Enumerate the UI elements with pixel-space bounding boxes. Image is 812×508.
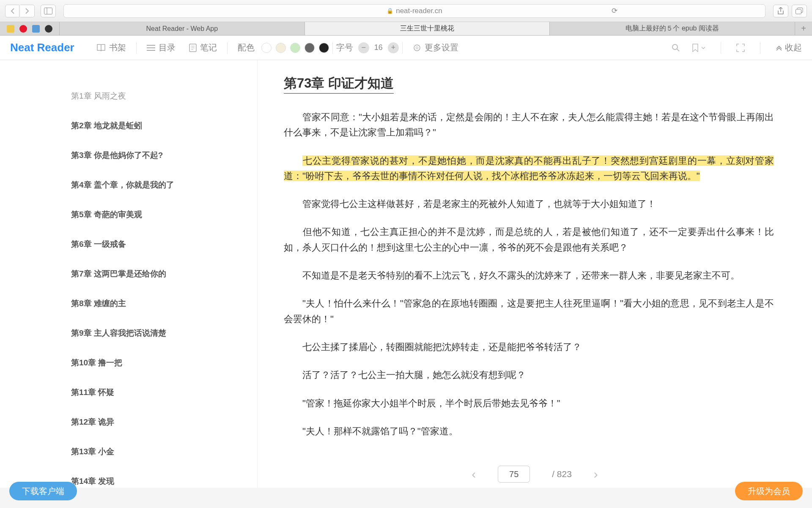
page-input[interactable]	[498, 466, 530, 483]
search-icon	[672, 44, 680, 52]
next-page-button[interactable]: ›	[594, 467, 598, 481]
chevron-down-icon	[701, 47, 705, 49]
upgrade-button[interactable]: 升级为会员	[735, 482, 803, 500]
toc-sidebar: 第1章 风雨之夜 第2章 地龙就是蚯蚓 第3章 你是他妈你了不起? 第4章 盖个…	[0, 60, 257, 488]
toc-item[interactable]: 第2章 地龙就是蚯蚓	[71, 111, 236, 141]
fullscreen-button[interactable]	[736, 44, 745, 52]
svg-rect-3	[796, 9, 801, 14]
divider	[402, 42, 403, 54]
favicon-weibo[interactable]	[19, 25, 27, 33]
page-total: / 823	[552, 469, 572, 479]
toc-item[interactable]: 第6章 一级戒备	[71, 229, 236, 259]
forward-button[interactable]	[20, 5, 35, 17]
paragraph: 管家觉得七公主这样做甚好，若是老家主的死被外人知道了，也就等于大小姐知道了！	[284, 196, 774, 212]
paragraph: 管家不同意："大小姐若是来的话，定然是会闹的！主人不在家，夫人怎么能震得主她！若…	[284, 110, 774, 141]
pager: ‹ / 823 ›	[258, 461, 812, 488]
paragraph: 不知道是不是老天爷特别的看不上沈云飞，好久不露头的沈婷来了，还带来一群人来，非要…	[284, 268, 774, 283]
collapse-button[interactable]: 收起	[776, 42, 802, 53]
tab-3[interactable]: 电脑上最好的５个 epub 阅读器	[550, 22, 795, 35]
toc-item[interactable]: 第12章 诡异	[71, 407, 236, 437]
divider	[332, 42, 333, 54]
tab-bar: Neat Reader - Web App 三生三世十里桃花 电脑上最好的５个 …	[0, 22, 812, 36]
favicon-strip	[0, 22, 60, 35]
font-increase[interactable]: +	[388, 42, 399, 53]
tabs-button[interactable]	[792, 5, 807, 17]
theme-black[interactable]	[319, 43, 329, 53]
theme-green[interactable]	[290, 43, 300, 53]
nav-group	[5, 5, 35, 17]
tab-2[interactable]: 三生三世十里桃花	[305, 22, 550, 35]
svg-rect-0	[44, 8, 52, 14]
paragraph: "夫人！那样不就露馅了吗？"管家道。	[284, 424, 774, 439]
app-logo: Neat Reader	[10, 41, 74, 54]
safari-toolbar: 🔒 neat-reader.cn ⟳	[0, 0, 812, 22]
font-size-value: 16	[374, 43, 383, 52]
toc-button[interactable]: 目录	[140, 42, 182, 53]
notes-button[interactable]: 笔记	[182, 42, 224, 53]
prev-page-button[interactable]: ‹	[472, 467, 476, 481]
theme-dark[interactable]	[304, 43, 315, 53]
color-dots	[261, 43, 329, 53]
new-tab-button[interactable]: +	[795, 22, 812, 35]
bookmark-button[interactable]	[692, 44, 705, 52]
bookmark-icon	[692, 44, 699, 52]
book-icon	[96, 44, 106, 52]
divider	[136, 42, 137, 54]
toc-item[interactable]: 第10章 撸一把	[71, 348, 236, 378]
toc-item[interactable]: 第1章 风雨之夜	[71, 81, 236, 111]
svg-line-14	[677, 49, 679, 51]
theme-white[interactable]	[261, 43, 272, 53]
toc-item[interactable]: 第9章 主人容我把话说清楚	[71, 318, 236, 348]
paragraph: 七公主揉了揉眉心，转圈圈就能把沈婷转走，还是能把爷爷转活了？	[284, 340, 774, 355]
lock-icon: 🔒	[387, 8, 393, 14]
toc-item[interactable]: 第7章 这两巴掌是还给你的	[71, 259, 236, 289]
toc-item[interactable]: 第3章 你是他妈你了不起?	[71, 141, 236, 170]
note-icon	[189, 44, 197, 52]
favicon-4[interactable]	[45, 25, 52, 33]
reload-icon[interactable]: ⟳	[612, 6, 617, 15]
toc-item[interactable]: 第13章 小金	[71, 437, 236, 467]
favicon-3[interactable]	[32, 25, 40, 33]
font-control: 字号 − 16 +	[336, 42, 399, 53]
toc-item[interactable]: 第11章 怀疑	[71, 378, 236, 407]
favicon-1[interactable]	[7, 25, 14, 33]
paragraph: "夫人！怕什么来什么！"管家急的在原地转圈圈，这是要把主人往死里逼啊！"看大小姐…	[284, 296, 774, 327]
url-bar[interactable]: 🔒 neat-reader.cn ⟳	[63, 4, 765, 18]
svg-point-11	[414, 45, 420, 51]
main: 第1章 风雨之夜 第2章 地龙就是蚯蚓 第3章 你是他妈你了不起? 第4章 盖个…	[0, 60, 812, 488]
fullscreen-icon	[736, 44, 745, 52]
reader: 第73章 印证才知道 管家不同意："大小姐若是来的话，定然是会闹的！主人不在家，…	[258, 60, 812, 467]
font-decrease[interactable]: −	[358, 42, 369, 53]
share-button[interactable]	[773, 5, 788, 17]
download-button[interactable]: 下载客户端	[9, 482, 77, 500]
font-label: 字号	[336, 42, 353, 53]
svg-point-13	[672, 44, 678, 50]
svg-point-12	[416, 47, 418, 49]
back-button[interactable]	[5, 5, 19, 17]
toc-item[interactable]: 第8章 难缠的主	[71, 289, 236, 318]
double-chevron-icon	[776, 45, 782, 51]
divider	[760, 42, 760, 54]
more-settings-button[interactable]: 更多设置	[406, 42, 465, 53]
tab-1[interactable]: Neat Reader - Web App	[60, 22, 305, 35]
right-icons: 收起	[672, 42, 802, 54]
gear-icon	[413, 44, 421, 52]
paragraph: 活了？活了？七公主一拍大腿，她怎么就没有想到呢？	[284, 367, 774, 383]
paragraph: 七公主觉得管家说的甚对，不是她怕她，而是沈家真的不能再出乱子了！突然想到宫廷剧里…	[284, 153, 774, 184]
divider	[227, 42, 228, 54]
app-toolbar: Neat Reader 书架 目录 笔记 配色 字号 − 16 + 更多设置	[0, 36, 812, 60]
chapter-title: 第73章 印证才知道	[284, 75, 394, 94]
theme-beige[interactable]	[276, 43, 286, 53]
list-icon	[147, 44, 155, 51]
divider	[721, 42, 721, 54]
search-button[interactable]	[672, 44, 680, 52]
shelf-button[interactable]: 书架	[90, 42, 133, 53]
paragraph: "管家！拖延你家大小姐半个时辰，半个时辰后带她去见爷爷！"	[284, 396, 774, 411]
safari-sidebar-button[interactable]	[41, 5, 56, 17]
toc-item[interactable]: 第5章 奇葩的审美观	[71, 200, 236, 229]
toc-item[interactable]: 第4章 盖个章，你就是我的了	[71, 170, 236, 200]
paragraph: 但他不知道，七公主真正担心的并不是沈婷，而是总统的人，若是被他们知道了，还不一定…	[284, 224, 774, 255]
color-label: 配色	[231, 42, 261, 53]
url-text: neat-reader.cn	[396, 7, 442, 15]
toc-item[interactable]: 第14章 发现	[71, 467, 236, 488]
